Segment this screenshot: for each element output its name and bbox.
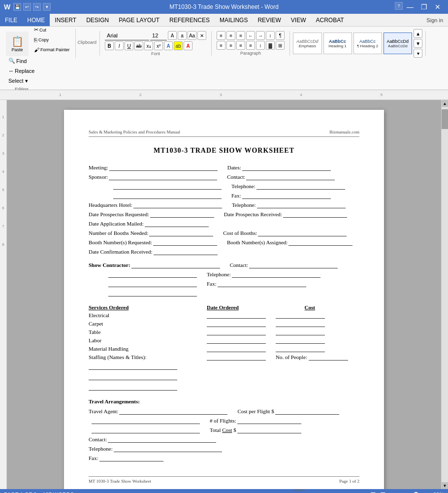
menu-home[interactable]: HOME [22,14,50,26]
service-electrical-date[interactable] [207,312,266,319]
style-emphasis[interactable]: AaBbCcDd Emphasis [293,33,322,54]
justify-button[interactable]: ≡ [246,41,255,50]
grow-font-button[interactable]: A [168,31,177,40]
date-prospectus-rec-line[interactable] [283,211,347,218]
italic-button[interactable]: I [115,41,124,50]
num-flights-line[interactable] [237,418,301,424]
styles-scroll-down[interactable]: ▼ [414,39,422,48]
menu-view[interactable]: VIEW [286,14,311,26]
format-painter-button[interactable]: 🖌 Format Painter [32,45,72,54]
styles-more[interactable]: ▾ [414,49,422,58]
scroll-track[interactable] [442,107,448,482]
styles-scroll[interactable]: ▲ ▼ ▾ [414,29,422,58]
align-right-button[interactable]: ≡ [236,41,245,50]
numbering-button[interactable]: ≡ [226,31,235,40]
agent2-line[interactable] [92,418,200,424]
select-button[interactable]: Select ▾ [6,76,37,86]
contact-line[interactable] [246,174,335,180]
dates-line[interactable] [242,164,331,171]
help-icon[interactable]: ? [395,2,403,10]
service-labor-cost[interactable] [276,337,325,344]
date-app-mailed-line[interactable] [145,221,209,227]
menu-file[interactable]: FILE [0,14,22,26]
total-cost-line[interactable] [237,427,301,433]
telephone2-line[interactable] [257,202,346,208]
line-spacing-button[interactable]: ↕ [256,41,265,50]
increase-indent-button[interactable]: → [256,31,265,40]
service-carpet-cost[interactable] [276,321,325,327]
underline-button[interactable]: U [125,41,133,50]
no-people-line[interactable] [309,354,348,361]
shading-button[interactable]: ▓ [266,41,275,50]
subscript-button[interactable]: x₂ [144,41,153,50]
font-color-button[interactable]: A [184,41,192,50]
menu-page-layout[interactable]: PAGE LAYOUT [114,14,164,26]
service-table-date[interactable] [207,329,266,335]
styles-scroll-up[interactable]: ▲ [414,29,422,38]
view-normal-icon[interactable]: ≡ [362,491,366,493]
contractor4-line[interactable] [108,290,197,296]
fax2-line[interactable] [218,281,306,287]
fax-line[interactable] [242,193,331,199]
service-labor-date[interactable] [207,337,266,344]
scroll-thumb[interactable] [442,109,448,129]
staffing-names-line[interactable] [207,354,266,361]
decrease-indent-button[interactable]: ← [246,31,255,40]
contact2-line[interactable] [249,262,338,268]
multilevel-button[interactable]: ≡ [236,31,245,40]
font-name-input[interactable] [105,31,149,40]
shrink-font-button[interactable]: a [178,31,187,40]
center-button[interactable]: ≡ [226,41,235,50]
cost-booths-line[interactable] [258,230,347,236]
blank-line[interactable] [113,193,222,199]
style-normal[interactable]: AaBbCcDd AaBbCcDd [384,33,413,54]
scroll-down-button[interactable]: ▼ [442,482,448,489]
show-marks-button[interactable]: ¶ [276,31,285,40]
restore-button[interactable]: ❐ [417,2,430,12]
meeting-line[interactable] [109,164,218,171]
service-carpet-date[interactable] [207,321,266,327]
staffing-extra-line-1[interactable] [89,363,177,370]
contractor3-line[interactable] [108,281,197,287]
save-icon[interactable]: 💾 [13,3,21,11]
service-material-date[interactable] [207,346,266,352]
bold-button[interactable]: B [105,41,114,50]
date-confirm-line[interactable] [154,249,218,255]
telephone3-line[interactable] [232,271,320,278]
view-web-icon[interactable]: ⊟ [380,491,386,493]
travel-contact-line[interactable] [108,436,216,443]
bullets-button[interactable]: ≡ [217,31,225,40]
proofing-icon[interactable]: ✓ [80,492,84,493]
menu-references[interactable]: REFERENCES [164,14,215,26]
strikethrough-button[interactable]: ab [134,41,143,50]
find-button[interactable]: 🔍 Find [6,56,37,66]
agent3-line[interactable] [92,427,200,433]
style-heading1[interactable]: AaBbCc Heading 1 [323,33,352,54]
view-layout-icon[interactable]: ⊞ [370,491,376,493]
service-material-cost[interactable] [276,346,325,352]
menu-acrobat[interactable]: ACROBAT [311,14,349,26]
superscript-button[interactable]: x² [154,41,163,50]
change-case-button[interactable]: Aa [188,31,196,40]
menu-mailings[interactable]: MAILINGS [215,14,253,26]
highlight-button[interactable]: ab [174,41,183,50]
staffing-extra-line-2[interactable] [89,374,177,380]
paste-button[interactable]: 📋 Paste [6,32,29,56]
telephone-line[interactable] [256,183,345,190]
cost-per-flight-line[interactable] [275,408,339,415]
window-controls[interactable]: ? — ❐ ✕ [395,2,444,12]
num-booths-line[interactable] [149,230,213,236]
booth-assigned-line[interactable] [288,239,352,246]
menu-insert[interactable]: INSERT [50,14,81,26]
menu-design[interactable]: DESIGN [81,14,114,26]
sponsor2-line[interactable] [113,183,222,190]
scroll-up-button[interactable]: ▲ [442,100,448,107]
borders-button[interactable]: ⊞ [276,41,285,50]
staffing-extra-line-3[interactable] [89,384,177,391]
cut-button[interactable]: ✂ Cut [32,25,72,34]
signin-link[interactable]: Sign in [426,17,448,23]
replace-button[interactable]: ↔ Replace [6,66,37,75]
minimize-button[interactable]: — [404,2,416,12]
font-size-input[interactable] [150,31,167,40]
copy-button[interactable]: ⎘ Copy [32,35,72,44]
